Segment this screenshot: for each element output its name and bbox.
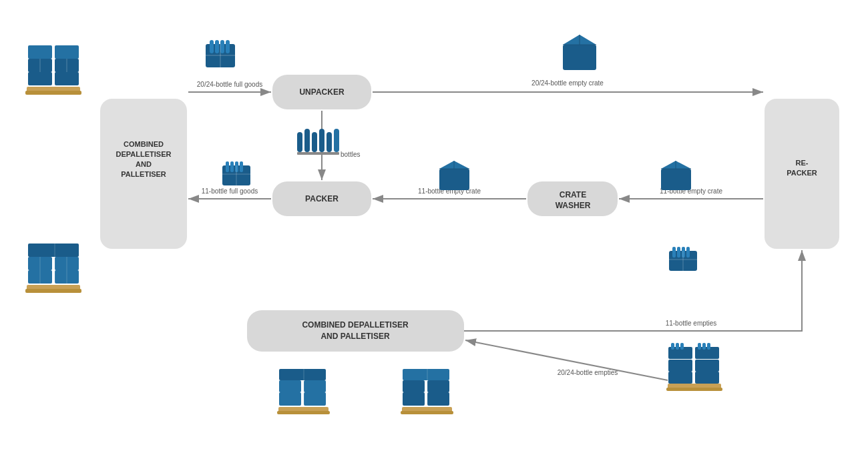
combined-depal-2-label-1: COMBINED DEPALLETISER: [302, 320, 408, 330]
combined-depal-1-label: COMBINED: [124, 140, 164, 148]
combined-depal-2-box: [247, 310, 464, 352]
svg-rect-93: [680, 343, 684, 350]
label-bottles: bottles: [341, 151, 360, 158]
crate-11-center-icon: [439, 161, 469, 190]
svg-rect-39: [240, 161, 243, 172]
label-empty-crate-top: 20/24-bottle empty crate: [531, 79, 604, 87]
pallet-empty-left-icon: [25, 244, 81, 293]
crate-11-left-icon: [222, 161, 250, 185]
svg-rect-56: [28, 244, 79, 257]
svg-rect-73: [279, 369, 326, 380]
bottles-icon: [297, 129, 339, 155]
svg-rect-32: [327, 132, 332, 152]
svg-rect-20: [220, 40, 224, 53]
arrow-11-empties-path: [464, 250, 802, 331]
svg-marker-43: [439, 161, 469, 169]
svg-rect-19: [215, 40, 219, 53]
label-11-full-goods: 11-bottle full goods: [202, 187, 258, 195]
svg-rect-87: [668, 372, 692, 384]
svg-rect-69: [279, 380, 301, 392]
svg-rect-70: [279, 392, 301, 406]
svg-rect-77: [403, 380, 425, 392]
crate-washer-label-1: CRATE: [560, 190, 586, 199]
svg-rect-64: [686, 247, 690, 258]
svg-rect-33: [334, 129, 339, 152]
svg-rect-12: [55, 72, 79, 85]
pallet-output-left-icon: [277, 369, 330, 414]
crate-box-top-right-icon: [563, 35, 596, 70]
crate-11-right-icon: [661, 161, 691, 190]
svg-rect-31: [319, 129, 324, 152]
crate-washer-label-2: WASHER: [556, 201, 591, 210]
svg-rect-96: [707, 343, 710, 350]
svg-rect-78: [403, 392, 425, 406]
label-full-goods: 20/24-bottle full goods: [197, 81, 262, 88]
svg-rect-46: [661, 169, 691, 190]
bottle-11-empties-icon: [669, 247, 697, 271]
svg-rect-30: [312, 132, 317, 152]
svg-rect-18: [210, 40, 214, 53]
svg-rect-38: [235, 161, 238, 172]
svg-rect-29: [304, 129, 310, 152]
svg-rect-13: [28, 45, 52, 59]
unpacker-label: UNPACKER: [299, 87, 344, 97]
svg-text:PALLETISER: PALLETISER: [121, 170, 166, 178]
label-20-empties: 20/24-bottle empties: [558, 369, 618, 376]
svg-rect-14: [55, 45, 79, 59]
svg-text:PACKER: PACKER: [787, 169, 817, 177]
svg-rect-81: [403, 369, 449, 380]
svg-rect-61: [672, 247, 676, 258]
svg-text:AND: AND: [136, 160, 152, 168]
label-11-empties: 11-bottle empties: [666, 320, 717, 327]
svg-rect-79: [427, 380, 449, 392]
crate-top-center-icon: [206, 40, 235, 67]
svg-rect-76: [401, 411, 453, 414]
repacker-label: RE-: [796, 159, 809, 167]
svg-rect-28: [297, 132, 302, 152]
svg-rect-21: [226, 40, 230, 53]
svg-rect-10: [28, 72, 52, 85]
svg-rect-8: [25, 91, 81, 95]
svg-rect-51: [25, 289, 81, 293]
svg-rect-94: [698, 343, 701, 350]
svg-rect-71: [304, 380, 326, 392]
svg-rect-68: [277, 411, 330, 414]
pallet-full-top-left-icon: [25, 45, 81, 95]
svg-rect-72: [304, 392, 326, 406]
combined-depal-2-label-2: AND PALLETISER: [320, 332, 389, 341]
svg-rect-36: [226, 161, 229, 172]
svg-rect-91: [671, 343, 674, 350]
svg-rect-89: [695, 360, 719, 372]
process-diagram: COMBINED DEPALLETISER AND PALLETISER RE-…: [0, 0, 868, 467]
svg-rect-42: [439, 169, 469, 190]
svg-rect-34: [297, 152, 339, 155]
svg-rect-90: [695, 372, 719, 384]
svg-rect-84: [666, 388, 722, 391]
svg-rect-63: [682, 247, 685, 258]
packer-label: PACKER: [305, 194, 339, 203]
svg-rect-24: [563, 45, 596, 70]
pallet-20-empties-icon: [666, 343, 722, 391]
svg-rect-95: [702, 343, 706, 350]
svg-rect-37: [230, 161, 234, 172]
svg-rect-80: [427, 392, 449, 406]
svg-rect-86: [668, 360, 692, 372]
pallet-output-right-icon: [401, 369, 453, 414]
svg-rect-92: [676, 343, 679, 350]
svg-rect-62: [677, 247, 680, 258]
svg-text:DEPALLETISER: DEPALLETISER: [116, 150, 172, 158]
svg-marker-47: [661, 161, 691, 169]
